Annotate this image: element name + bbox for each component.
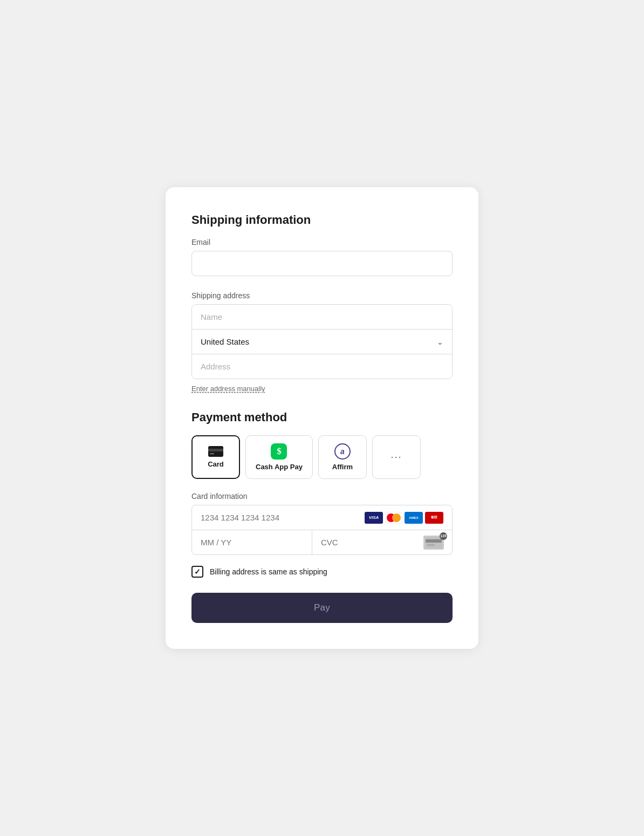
expiry-input[interactable] (192, 530, 312, 554)
email-section: Shipping information Email (191, 213, 453, 276)
payment-method-card[interactable]: Card (191, 435, 240, 479)
credit-card-icon (208, 446, 223, 457)
card-info-section: Card information VISA AMEX (191, 492, 453, 555)
card-number-input[interactable] (201, 505, 365, 530)
svg-rect-2 (210, 453, 214, 455)
email-label: Email (191, 238, 453, 246)
shipping-address-section: Shipping address United States Canada Un… (191, 291, 453, 393)
payment-method-affirm[interactable]: a Affirm (318, 435, 367, 479)
cvc-badge: 135 (440, 532, 447, 540)
card-logos: VISA AMEX 银联 (365, 512, 443, 524)
svg-rect-1 (208, 449, 223, 451)
country-select-wrapper: United States Canada United Kingdom Aust… (192, 330, 452, 354)
cvc-card-icon: 135 (423, 536, 444, 550)
billing-checkbox-row: ✓ Billing address is same as shipping (191, 566, 453, 578)
affirm-method-label: Affirm (332, 463, 353, 471)
email-input[interactable] (191, 251, 453, 276)
payment-title: Payment method (191, 410, 453, 424)
card-info-group: VISA AMEX 银联 (191, 505, 453, 555)
address-input[interactable] (192, 354, 452, 379)
mastercard-logo (385, 512, 402, 524)
more-options-icon: ··· (390, 449, 402, 465)
card-method-label: Card (208, 460, 224, 468)
payment-method-cashapp[interactable]: $ Cash App Pay (245, 435, 313, 479)
payment-section: Payment method Card $ Cash App Pay (191, 410, 453, 623)
billing-same-checkbox[interactable]: ✓ (191, 566, 203, 578)
billing-same-label: Billing address is same as shipping (210, 567, 327, 576)
svg-rect-4 (426, 539, 442, 543)
shipping-title: Shipping information (191, 213, 453, 227)
payment-method-more[interactable]: ··· (372, 435, 421, 479)
address-group: United States Canada United Kingdom Aust… (191, 304, 453, 379)
expiry-cvc-row: 135 (192, 530, 452, 554)
amex-logo: AMEX (405, 512, 423, 524)
name-input[interactable] (192, 305, 452, 330)
svg-rect-5 (427, 544, 435, 546)
cashapp-method-label: Cash App Pay (256, 463, 303, 471)
cvc-input[interactable] (321, 530, 423, 554)
cvc-row: 135 (312, 530, 453, 554)
payment-methods-list: Card $ Cash App Pay a Affirm ··· (191, 435, 453, 479)
shipping-address-label: Shipping address (191, 291, 453, 300)
pay-button[interactable]: Pay (191, 593, 453, 623)
country-select[interactable]: United States Canada United Kingdom Aust… (192, 330, 452, 354)
visa-logo: VISA (365, 512, 383, 524)
cvc-card-svg (426, 537, 442, 548)
enter-address-manually-link[interactable]: Enter address manually (191, 385, 265, 393)
card-number-row: VISA AMEX 银联 (192, 505, 452, 530)
card-info-label: Card information (191, 492, 453, 501)
unionpay-logo: 银联 (425, 512, 443, 524)
checkout-form: Shipping information Email Shipping addr… (166, 187, 478, 649)
checkmark-icon: ✓ (194, 568, 201, 575)
cashapp-icon: $ (271, 443, 287, 460)
affirm-icon: a (334, 443, 351, 460)
